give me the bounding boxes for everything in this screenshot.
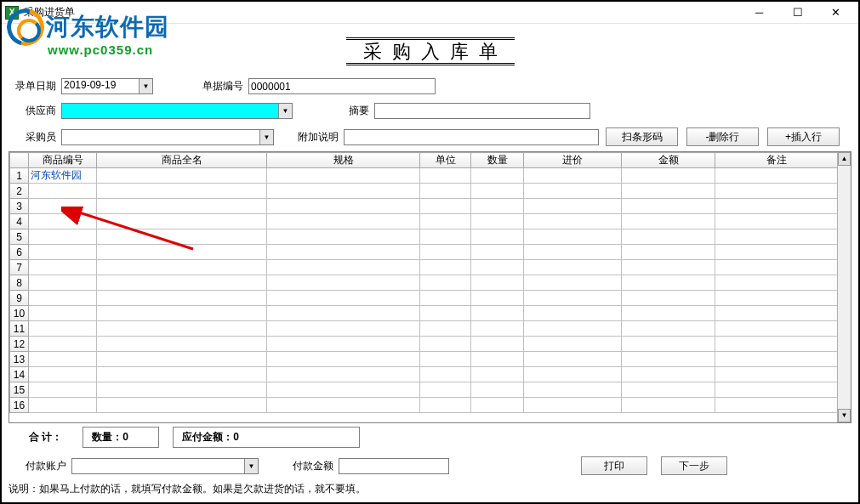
grid-cell[interactable]	[29, 260, 97, 275]
grid-cell[interactable]	[471, 184, 524, 199]
column-header[interactable]: 单位	[420, 153, 471, 168]
grid-cell[interactable]	[420, 245, 471, 260]
grid-cell[interactable]	[715, 367, 838, 382]
grid-cell[interactable]	[715, 352, 838, 367]
grid-cell[interactable]	[97, 321, 267, 337]
print-button[interactable]: 打印	[581, 456, 647, 475]
column-header[interactable]: 金额	[622, 153, 715, 168]
table-row[interactable]: 7	[10, 260, 838, 275]
grid-cell[interactable]	[267, 214, 420, 229]
grid-cell[interactable]	[524, 275, 622, 291]
grid-cell[interactable]	[622, 367, 715, 382]
column-header[interactable]: 商品全名	[97, 153, 267, 168]
grid-cell[interactable]	[471, 245, 524, 260]
grid-cell[interactable]	[715, 245, 838, 260]
grid-cell[interactable]	[715, 382, 838, 398]
grid-cell[interactable]	[29, 337, 97, 352]
grid-cell[interactable]	[622, 199, 715, 214]
grid-cell[interactable]	[267, 184, 420, 199]
grid-cell[interactable]	[97, 306, 267, 321]
grid-cell[interactable]	[622, 275, 715, 291]
grid-cell[interactable]	[29, 398, 97, 413]
grid-cell[interactable]	[97, 168, 267, 184]
grid-cell[interactable]	[622, 291, 715, 306]
table-row[interactable]: 10	[10, 306, 838, 321]
grid-cell[interactable]	[524, 367, 622, 382]
grid-cell[interactable]	[420, 199, 471, 214]
grid-cell[interactable]	[97, 199, 267, 214]
grid-cell[interactable]	[267, 352, 420, 367]
grid-cell[interactable]	[471, 229, 524, 245]
grid-cell[interactable]	[524, 337, 622, 352]
grid-cell[interactable]	[420, 306, 471, 321]
grid-cell[interactable]	[97, 229, 267, 245]
column-header[interactable]: 规格	[267, 153, 420, 168]
table-row[interactable]: 8	[10, 275, 838, 291]
column-header[interactable]: 备注	[715, 153, 838, 168]
grid-cell[interactable]	[420, 168, 471, 184]
grid-cell[interactable]	[97, 382, 267, 398]
buyer-combo[interactable]: ▼	[61, 129, 274, 145]
grid-cell[interactable]	[97, 398, 267, 413]
grid-cell[interactable]	[29, 306, 97, 321]
maximize-button[interactable]: ☐	[778, 3, 817, 23]
grid-cell[interactable]	[524, 321, 622, 337]
grid-cell[interactable]	[622, 260, 715, 275]
grid-cell[interactable]	[420, 382, 471, 398]
grid-cell[interactable]	[715, 260, 838, 275]
table-row[interactable]: 15	[10, 382, 838, 398]
grid-cell[interactable]	[715, 398, 838, 413]
grid-cell[interactable]	[622, 306, 715, 321]
grid-cell[interactable]	[267, 382, 420, 398]
grid-cell[interactable]	[420, 398, 471, 413]
grid-cell[interactable]	[267, 260, 420, 275]
grid-cell[interactable]	[622, 245, 715, 260]
grid-cell[interactable]	[420, 352, 471, 367]
grid-cell[interactable]	[29, 229, 97, 245]
grid-cell[interactable]	[622, 321, 715, 337]
grid-cell[interactable]	[715, 199, 838, 214]
grid-cell[interactable]	[524, 214, 622, 229]
grid-cell[interactable]	[471, 382, 524, 398]
grid-cell[interactable]	[267, 199, 420, 214]
grid-cell[interactable]	[471, 398, 524, 413]
table-row[interactable]: 1河东软件园	[10, 168, 838, 184]
grid-cell[interactable]	[420, 214, 471, 229]
grid-cell[interactable]	[471, 352, 524, 367]
scroll-up-icon[interactable]: ▲	[838, 152, 851, 166]
minimize-button[interactable]: ─	[740, 3, 778, 23]
scroll-down-icon[interactable]: ▼	[838, 409, 851, 422]
extra-input[interactable]	[344, 129, 599, 145]
grid-cell[interactable]	[420, 321, 471, 337]
grid-cell[interactable]	[97, 184, 267, 199]
grid-cell[interactable]	[29, 291, 97, 306]
table-row[interactable]: 5	[10, 229, 838, 245]
delete-row-button[interactable]: -删除行	[686, 127, 759, 146]
insert-row-button[interactable]: +插入行	[767, 127, 840, 146]
grid-cell[interactable]	[267, 291, 420, 306]
grid-cell[interactable]	[29, 321, 97, 337]
grid-cell[interactable]	[29, 275, 97, 291]
grid-cell[interactable]	[420, 337, 471, 352]
grid-cell[interactable]	[267, 367, 420, 382]
date-input[interactable]: 2019-09-19▼	[61, 78, 153, 94]
grid-cell[interactable]	[622, 214, 715, 229]
grid-cell[interactable]	[97, 214, 267, 229]
grid-cell[interactable]	[622, 398, 715, 413]
grid-cell[interactable]	[267, 398, 420, 413]
table-row[interactable]: 2	[10, 184, 838, 199]
column-header[interactable]: 进价	[524, 153, 622, 168]
grid-cell[interactable]	[524, 199, 622, 214]
table-row[interactable]: 11	[10, 321, 838, 337]
grid-cell[interactable]	[29, 352, 97, 367]
account-combo[interactable]: ▼	[71, 458, 259, 474]
grid-cell[interactable]	[524, 229, 622, 245]
grid-cell[interactable]	[97, 260, 267, 275]
scan-barcode-button[interactable]: 扫条形码	[606, 127, 678, 146]
grid-cell[interactable]	[267, 229, 420, 245]
grid-cell[interactable]	[29, 367, 97, 382]
grid-cell[interactable]	[267, 337, 420, 352]
grid-cell[interactable]	[29, 199, 97, 214]
supplier-combo[interactable]: ▼	[61, 103, 293, 119]
grid-cell[interactable]	[715, 275, 838, 291]
